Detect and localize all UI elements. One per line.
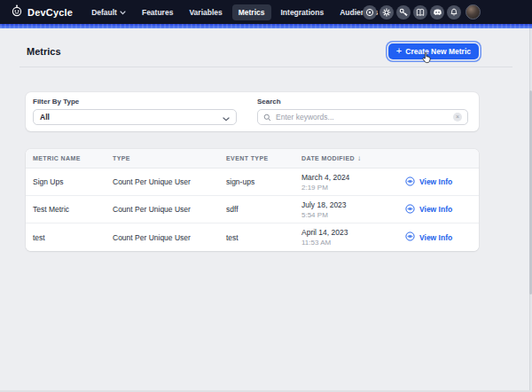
metric-type-cell: Count Per Unique User bbox=[113, 233, 226, 242]
view-info-label: View Info bbox=[419, 233, 452, 242]
metric-type-cell: Count Per Unique User bbox=[113, 177, 226, 186]
devcycle-logo[interactable]: DevCycle bbox=[11, 4, 73, 20]
nav-item-integrations[interactable]: Integrations bbox=[275, 4, 331, 20]
search-input[interactable] bbox=[276, 113, 449, 122]
view-info-link[interactable]: View Info bbox=[405, 231, 479, 243]
create-new-metric-button[interactable]: + Create New Metric bbox=[388, 43, 479, 59]
top-navbar: DevCycle Default Features Variables Metr… bbox=[0, 0, 532, 24]
eye-icon bbox=[405, 231, 415, 243]
docs-book-icon[interactable] bbox=[413, 5, 427, 20]
eye-icon bbox=[405, 176, 415, 188]
search-box: × bbox=[257, 109, 468, 125]
plus-icon: + bbox=[396, 46, 402, 56]
nav-items: Default Features Variables Metrics Integ… bbox=[85, 4, 384, 20]
metric-name-cell: Test Metric bbox=[33, 205, 113, 214]
navbar-icon-group bbox=[363, 0, 481, 24]
filter-type-selected-value: All bbox=[40, 113, 50, 122]
filter-by-type-label: Filter By Type bbox=[33, 98, 237, 106]
eye-icon bbox=[405, 204, 415, 216]
event-type-cell: test bbox=[226, 233, 301, 242]
column-header-date-modified[interactable]: Date Modified ↓ bbox=[301, 154, 405, 162]
header-divider bbox=[20, 67, 512, 67]
api-key-icon[interactable] bbox=[396, 5, 411, 20]
clear-search-icon[interactable]: × bbox=[453, 113, 462, 122]
user-avatar[interactable] bbox=[466, 4, 481, 20]
discord-icon[interactable] bbox=[430, 5, 444, 20]
date-modified-cell: March 4, 2024 2:19 PM bbox=[301, 173, 405, 192]
view-info-label: View Info bbox=[419, 177, 452, 186]
view-info-label: View Info bbox=[419, 205, 452, 214]
loading-progress-bar bbox=[0, 24, 532, 28]
column-header-metric-name[interactable]: Metric Name bbox=[33, 155, 113, 161]
nav-item-metrics[interactable]: Metrics bbox=[232, 4, 271, 20]
table-row[interactable]: test Count Per Unique User test April 14… bbox=[26, 223, 479, 251]
chevron-down-icon bbox=[223, 109, 230, 125]
nav-item-features[interactable]: Features bbox=[136, 4, 179, 20]
event-type-cell: sign-ups bbox=[226, 177, 301, 186]
nav-item-default-project[interactable]: Default bbox=[85, 4, 132, 20]
table-row[interactable]: Test Metric Count Per Unique User sdff J… bbox=[26, 196, 479, 223]
nav-item-variables[interactable]: Variables bbox=[183, 4, 228, 20]
table-row[interactable]: Sign Ups Count Per Unique User sign-ups … bbox=[26, 169, 479, 196]
filter-panel: Filter By Type All Search × bbox=[26, 92, 479, 131]
chevron-down-icon bbox=[120, 8, 126, 17]
settings-gear-icon[interactable] bbox=[379, 5, 394, 20]
search-label: Search bbox=[257, 98, 468, 106]
view-info-link[interactable]: View Info bbox=[405, 204, 479, 216]
event-type-cell: sdff bbox=[226, 205, 301, 214]
filter-by-type-group: Filter By Type All bbox=[33, 98, 237, 125]
status-target-icon[interactable] bbox=[363, 5, 377, 20]
metrics-table: Metric Name Type Event Type Date Modifie… bbox=[26, 149, 479, 251]
brand-name: DevCycle bbox=[27, 7, 73, 18]
metric-name-cell: Sign Ups bbox=[33, 177, 113, 186]
table-header-row: Metric Name Type Event Type Date Modifie… bbox=[26, 149, 479, 169]
date-modified-cell: April 14, 2023 11:53 AM bbox=[301, 228, 405, 247]
notifications-bell-icon[interactable] bbox=[447, 5, 461, 20]
page-title: Metrics bbox=[27, 46, 61, 57]
metric-name-cell: test bbox=[33, 233, 113, 242]
filter-type-select[interactable]: All bbox=[33, 109, 237, 125]
metric-type-cell: Count Per Unique User bbox=[113, 205, 226, 214]
robot-logo-icon bbox=[11, 4, 23, 20]
column-header-type[interactable]: Type bbox=[113, 155, 226, 161]
sort-descending-icon: ↓ bbox=[357, 154, 361, 162]
column-header-event-type[interactable]: Event Type bbox=[226, 155, 301, 161]
search-group: Search × bbox=[257, 98, 468, 125]
search-icon bbox=[263, 109, 271, 125]
date-modified-cell: July 18, 2023 5:54 PM bbox=[301, 200, 405, 219]
view-info-link[interactable]: View Info bbox=[405, 176, 479, 188]
create-button-label: Create New Metric bbox=[405, 47, 471, 56]
